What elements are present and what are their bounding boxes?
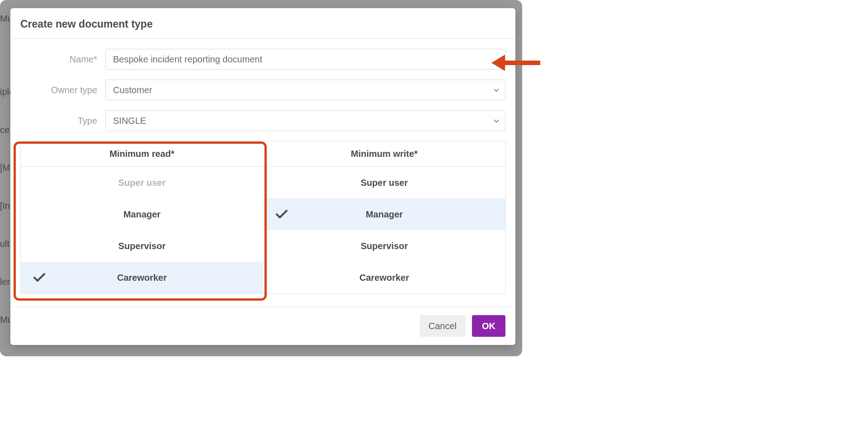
read-column: Super userManagerSupervisorCareworker bbox=[21, 167, 263, 293]
form-row-type: Type SINGLE bbox=[20, 110, 505, 131]
name-input[interactable] bbox=[105, 49, 505, 70]
write-option-super-user[interactable]: Super user bbox=[263, 167, 505, 198]
check-icon bbox=[33, 273, 45, 282]
bg-text-item: [In bbox=[0, 201, 10, 211]
owner-type-select[interactable]: Customer bbox=[105, 80, 505, 100]
create-document-type-modal: Create new document type Name* Owner typ… bbox=[10, 8, 515, 345]
role-label: Super user bbox=[118, 178, 165, 188]
form-row-name: Name* bbox=[20, 49, 505, 70]
name-label: Name* bbox=[20, 54, 105, 65]
modal-header: Create new document type bbox=[10, 8, 515, 39]
read-option-super-user[interactable]: Super user bbox=[21, 167, 263, 198]
write-option-manager[interactable]: Manager bbox=[263, 198, 505, 230]
role-label: Careworker bbox=[117, 273, 167, 283]
permissions-body: Super userManagerSupervisorCareworker Su… bbox=[21, 167, 505, 293]
role-label: Super user bbox=[361, 178, 408, 188]
min-read-header: Minimum read* bbox=[21, 142, 263, 166]
role-label: Supervisor bbox=[361, 241, 408, 251]
write-option-supervisor[interactable]: Supervisor bbox=[263, 230, 505, 262]
role-label: Careworker bbox=[359, 273, 409, 283]
cancel-button[interactable]: Cancel bbox=[420, 315, 466, 337]
type-select-wrap[interactable]: SINGLE bbox=[105, 110, 505, 131]
type-select[interactable]: SINGLE bbox=[105, 110, 505, 131]
permissions-table: Minimum read* Minimum write* Super userM… bbox=[20, 141, 506, 294]
read-option-supervisor[interactable]: Supervisor bbox=[21, 230, 263, 262]
ok-button[interactable]: OK bbox=[472, 315, 505, 337]
owner-type-select-wrap[interactable]: Customer bbox=[105, 80, 505, 100]
role-label: Supervisor bbox=[118, 241, 165, 251]
permissions-header: Minimum read* Minimum write* bbox=[21, 142, 505, 167]
read-option-careworker[interactable]: Careworker bbox=[21, 262, 263, 293]
modal-body: Name* Owner type Customer Type SINGLE bbox=[10, 39, 515, 307]
owner-type-label: Owner type bbox=[20, 85, 105, 95]
modal-title: Create new document type bbox=[20, 18, 505, 30]
write-column: Super userManagerSupervisorCareworker bbox=[263, 167, 505, 293]
write-option-careworker[interactable]: Careworker bbox=[263, 262, 505, 293]
bg-text-item: ult bbox=[0, 239, 9, 249]
form-row-owner-type: Owner type Customer bbox=[20, 80, 505, 100]
read-option-manager[interactable]: Manager bbox=[21, 198, 263, 230]
modal-footer: Cancel OK bbox=[10, 307, 515, 345]
min-write-header: Minimum write* bbox=[263, 142, 505, 166]
check-icon bbox=[276, 210, 288, 219]
type-label: Type bbox=[20, 116, 105, 126]
bg-text-item: [M bbox=[0, 163, 10, 173]
bg-text-item: ce bbox=[0, 125, 9, 135]
role-label: Manager bbox=[123, 209, 160, 220]
role-label: Manager bbox=[366, 209, 403, 220]
